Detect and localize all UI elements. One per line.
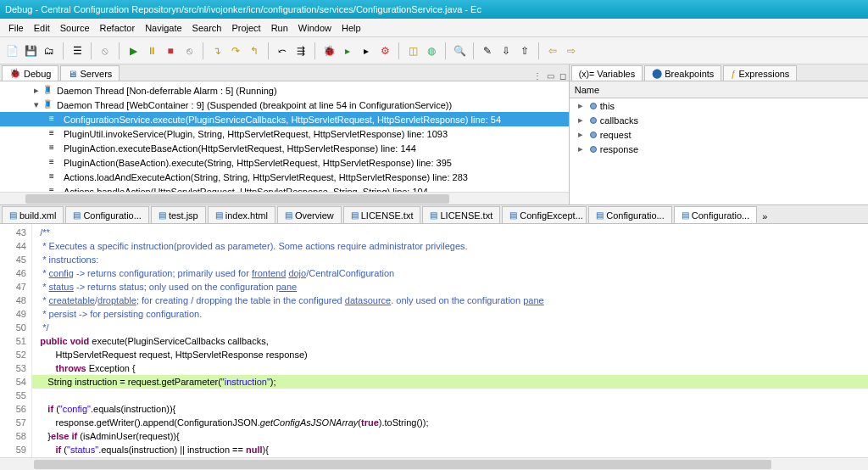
variable-row[interactable]: ▸request: [570, 127, 868, 142]
toggle-mark-icon[interactable]: ✎: [480, 43, 495, 59]
menu-bar: FileEditSourceRefactorNavigateSearchProj…: [0, 19, 868, 37]
stack-frame[interactable]: ≡ConfigurationService.execute(PluginServ…: [0, 112, 569, 126]
editor-tab[interactable]: ▤Overview: [277, 206, 342, 223]
editor-tab[interactable]: ▤LICENSE.txt: [422, 206, 500, 223]
variable-row[interactable]: ▸callbacks: [570, 113, 868, 127]
code-line[interactable]: */: [32, 321, 868, 334]
tab-expressions[interactable]: ƒExpressions: [723, 65, 797, 81]
variable-row[interactable]: ▸response: [570, 142, 868, 156]
editor-tab[interactable]: ▤test.jsp: [151, 206, 206, 223]
menu-help[interactable]: Help: [337, 20, 366, 36]
skip-breakpoints-icon[interactable]: ⦸: [97, 43, 113, 59]
step-return-icon[interactable]: ↰: [247, 43, 262, 59]
editor-tab[interactable]: ▤index.html: [208, 206, 275, 223]
editor-tab[interactable]: ▤build.xml: [2, 206, 64, 223]
code-line[interactable]: * persist -> for persisting configuratio…: [32, 307, 868, 321]
debug-icon[interactable]: 🐞: [321, 43, 337, 59]
save-icon[interactable]: 💾: [23, 43, 38, 59]
menu-file[interactable]: File: [3, 20, 29, 36]
new-package-icon[interactable]: ◫: [405, 43, 420, 59]
run-icon[interactable]: ▸: [340, 43, 355, 59]
editor-tab[interactable]: ▤ConfigExcept...: [502, 206, 587, 223]
tab-overflow-icon[interactable]: »: [759, 210, 771, 223]
variables-list[interactable]: ▸this▸callbacks▸request▸response: [570, 98, 868, 204]
stack-frame[interactable]: ▾🧵Daemon Thread [WebContainer : 9] (Susp…: [0, 98, 569, 112]
run-last-icon[interactable]: ▸: [359, 43, 374, 59]
code-line[interactable]: throws Exception {: [32, 361, 868, 375]
code-line[interactable]: * Executes a specific instruction(provid…: [32, 239, 868, 253]
editor-tab-strip: ▤build.xml▤Configuratio...▤test.jsp▤inde…: [0, 205, 868, 224]
resume-icon[interactable]: ▶: [125, 43, 141, 59]
stack-frame-tree[interactable]: ▸🧵Daemon Thread [Non-deferrable Alarm : …: [0, 81, 569, 192]
stack-frame[interactable]: ▸🧵Daemon Thread [Non-deferrable Alarm : …: [0, 83, 569, 98]
menu-window[interactable]: Window: [293, 20, 337, 36]
window-title: Debug - Central Configuration Repository…: [5, 4, 481, 14]
drop-to-frame-icon[interactable]: ⤺: [275, 43, 290, 59]
menu-project[interactable]: Project: [226, 20, 265, 36]
menu-edit[interactable]: Edit: [29, 20, 55, 36]
new-class-icon[interactable]: ◍: [424, 43, 439, 59]
tab-breakpoints[interactable]: ⬤Breakpoints: [644, 65, 721, 81]
title-bar: Debug - Central Configuration Repository…: [0, 0, 868, 19]
save-all-icon[interactable]: 🗂: [42, 43, 57, 59]
search-icon[interactable]: 🔍: [452, 43, 467, 59]
step-into-icon[interactable]: ↴: [209, 43, 225, 59]
code-line[interactable]: * createtable/droptable; for creating / …: [32, 294, 868, 307]
editor-tab[interactable]: ▤Configuratio...: [65, 206, 148, 223]
stack-frame[interactable]: ≡Actions.handleAction(HttpServletRequest…: [0, 184, 569, 192]
tab-servers[interactable]: 🖥Servers: [60, 65, 120, 81]
debug-view: 🐞Debug 🖥Servers ⋮ ▭ ◻ ▸🧵Daemon Thread [N…: [0, 64, 570, 204]
stack-frame[interactable]: ≡PluginAction(BaseAction).execute(String…: [0, 155, 569, 170]
suspend-icon[interactable]: ⏸: [144, 43, 159, 59]
toggle-breadcrumb-icon[interactable]: ☰: [70, 43, 85, 59]
menu-source[interactable]: Source: [55, 20, 95, 36]
step-over-icon[interactable]: ↷: [228, 43, 243, 59]
stack-frame[interactable]: ≡PluginUtil.invokeService(Plugin, String…: [0, 126, 569, 141]
code-line[interactable]: HttpServletRequest request, HttpServletR…: [32, 348, 868, 361]
tab-debug[interactable]: 🐞Debug: [2, 65, 58, 81]
editor-tab[interactable]: ▤LICENSE.txt: [343, 206, 421, 223]
code-line[interactable]: if ("config".equals(instruction)){: [32, 402, 868, 416]
terminate-icon[interactable]: ■: [163, 43, 178, 59]
code-line[interactable]: * status -> returns status; only used on…: [32, 280, 868, 294]
code-line[interactable]: * config -> returns configuration; prima…: [32, 266, 868, 280]
maximize-icon[interactable]: ◻: [557, 71, 569, 81]
menu-refactor[interactable]: Refactor: [95, 20, 141, 36]
line-gutter: 43444546474849505152535455565758596061: [0, 224, 32, 457]
code-pane[interactable]: /** * Executes a specific instruction(pr…: [32, 224, 868, 457]
vars-tab-strip: (x)=Variables ⬤Breakpoints ƒExpressions: [570, 64, 868, 81]
code-line[interactable]: response.getWriter().append(Configuratio…: [32, 416, 868, 429]
forward-icon[interactable]: ⇨: [564, 43, 579, 59]
step-filters-icon[interactable]: ⇶: [293, 43, 309, 59]
main-toolbar: 📄 💾 🗂 ☰ ⦸ ▶ ⏸ ■ ⎋ ↴ ↷ ↰ ⤺ ⇶ 🐞 ▸ ▸ ⚙ ◫ ◍ …: [0, 37, 868, 64]
code-line[interactable]: if ("status".equals(instruction) || inst…: [32, 443, 868, 456]
code-line[interactable]: String instruction = request.getParamete…: [32, 375, 868, 389]
next-annotation-icon[interactable]: ⇩: [498, 43, 514, 59]
editor-hscrollbar[interactable]: [0, 457, 868, 470]
source-editor[interactable]: 43444546474849505152535455565758596061 /…: [0, 224, 868, 457]
vars-header: Name: [570, 81, 868, 98]
editor-tab[interactable]: ▤Configuratio...: [674, 206, 757, 223]
menu-navigate[interactable]: Navigate: [140, 20, 186, 36]
menu-search[interactable]: Search: [187, 20, 227, 36]
code-line[interactable]: /**: [32, 226, 868, 239]
prev-annotation-icon[interactable]: ⇧: [517, 43, 532, 59]
new-icon[interactable]: 📄: [4, 43, 19, 59]
debug-hscrollbar[interactable]: [0, 192, 569, 204]
debug-perspective-top: 🐞Debug 🖥Servers ⋮ ▭ ◻ ▸🧵Daemon Thread [N…: [0, 64, 868, 205]
code-line[interactable]: public void execute(PluginServiceCallbac…: [32, 334, 868, 348]
code-line[interactable]: * instructions:: [32, 253, 868, 266]
stack-frame[interactable]: ≡PluginAction.executeBaseAction(HttpServ…: [0, 141, 569, 155]
variable-row[interactable]: ▸this: [570, 98, 868, 113]
minimize-icon[interactable]: ▭: [544, 71, 557, 81]
editor-tab[interactable]: ▤Configuratio...: [588, 206, 671, 223]
stack-frame[interactable]: ≡Actions.loadAndExecuteAction(String, St…: [0, 170, 569, 184]
tab-variables[interactable]: (x)=Variables: [571, 65, 643, 81]
back-icon[interactable]: ⇦: [545, 43, 560, 59]
code-line[interactable]: }else if (isAdminUser(request)){: [32, 429, 868, 443]
view-menu-icon[interactable]: ⋮: [531, 71, 544, 81]
disconnect-icon[interactable]: ⎋: [181, 43, 197, 59]
external-tools-icon[interactable]: ⚙: [377, 43, 392, 59]
menu-run[interactable]: Run: [266, 20, 293, 36]
code-line[interactable]: [32, 389, 868, 402]
